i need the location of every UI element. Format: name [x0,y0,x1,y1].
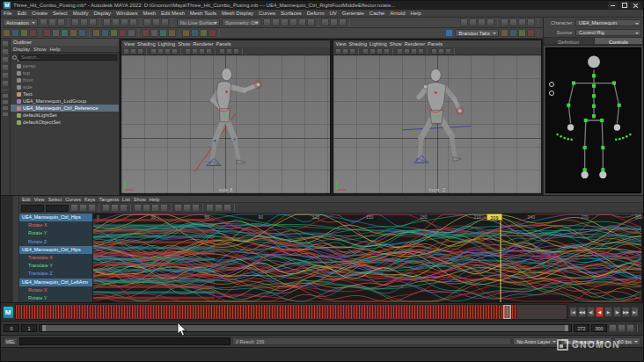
toolbar-icon[interactable] [57,18,65,26]
toolbar-icon[interactable] [219,48,225,54]
graph-menu-view[interactable]: View [34,197,45,202]
toolbar-icon[interactable] [487,18,494,26]
menu-generate[interactable]: Generate [340,11,367,16]
layout-shortcut-button[interactable] [2,99,9,105]
graph-menu-edit[interactable]: Edit [22,197,31,202]
viewport-menu-renderer[interactable]: Renderer [193,41,213,47]
menu-windows[interactable]: Windows [113,11,140,16]
paint-select-tool-icon[interactable] [2,56,9,63]
menu-mesh[interactable]: Mesh [140,11,158,16]
tab-definition[interactable]: Definition [544,37,594,45]
go-to-start-button[interactable]: |◀ [569,307,577,317]
graph-channel-item[interactable]: Translate X [19,254,92,262]
command-input[interactable] [19,337,231,345]
toolbar-icon[interactable] [418,48,424,54]
toolbar-icon[interactable] [121,18,128,26]
toolbar-icon[interactable] [142,29,150,37]
toolbar-icon[interactable] [307,18,315,26]
viewport-canvas[interactable]: side 8 [121,55,330,193]
title-bar[interactable]: M Three_Hit_Combo_Posing.mb* - Autodesk … [1,1,643,10]
toolbar-icon[interactable] [150,48,157,54]
toolbar-icon[interactable] [71,18,79,26]
mel-toggle[interactable]: MEL [4,337,18,345]
toolbar-icon[interactable] [272,18,280,26]
layout-shortcut-button[interactable] [2,93,9,98]
toolbar-icon[interactable] [110,29,118,37]
toolbar-icon[interactable] [70,204,78,212]
graph-menu-tangents[interactable]: Tangents [99,197,119,202]
step-back-key-button[interactable]: ◀| [587,307,595,317]
rotate-tool-icon[interactable] [2,72,9,79]
outliner-title[interactable]: Outliner [11,39,119,46]
toolbar-icon[interactable] [460,18,468,26]
toolbar-icon[interactable] [626,324,634,332]
toolbar-icon[interactable] [384,48,390,54]
toolbar-icon[interactable] [370,48,376,54]
viewport-menu-renderer[interactable]: Renderer [405,41,425,47]
toolbar-icon[interactable] [89,18,97,26]
toolbar-icon[interactable] [103,18,111,26]
outliner-item[interactable]: top [11,69,119,76]
toolbar-icon[interactable] [206,204,214,212]
menu-cache[interactable]: Cache [367,11,387,16]
toolbar-icon[interactable] [112,18,120,26]
graph-menu-keys[interactable]: Keys [84,197,95,202]
toolbar-icon[interactable] [527,29,535,37]
toolbar-icon[interactable] [182,29,190,37]
toolbar-icon[interactable] [3,29,11,37]
toolbar-icon[interactable] [61,29,69,37]
toolbar-icon[interactable] [168,29,176,37]
step-back-frame-button[interactable]: ◀◀ [578,307,586,317]
toolbar-icon[interactable] [172,48,178,54]
toolbar-icon[interactable] [281,18,289,26]
toolbar-icon[interactable] [165,48,171,54]
playback-start-field[interactable] [21,324,37,332]
menu-mesh-display[interactable]: Mesh Display [219,11,256,16]
search-input[interactable] [18,54,117,61]
go-to-end-button[interactable]: ▶| [631,307,639,317]
toolbar-icon[interactable] [130,48,136,54]
maximize-icon[interactable] [619,2,629,9]
character-picker[interactable] [545,47,641,193]
graph-channel-item[interactable]: Rotate Y [19,294,92,302]
toolbar-icon[interactable] [70,29,77,37]
toolbar-icon[interactable] [143,18,151,26]
graph-channel-item[interactable]: Rotate X [19,286,92,294]
toolbar-icon[interactable] [509,18,517,26]
toolbar-icon[interactable] [339,18,347,26]
outliner-item[interactable]: UE4_Mannequin_LodGroup [11,98,119,105]
menu-surfaces[interactable]: Surfaces [278,11,304,16]
menu-arnold[interactable]: Arnold [387,11,407,16]
animation-start-field[interactable] [4,324,19,332]
animation-curves[interactable]: 0306090120150180210240270300 [93,214,643,302]
menu-select[interactable]: Select [50,11,70,16]
outliner-item[interactable]: persp [11,62,119,69]
toolbar-icon[interactable] [151,204,159,212]
viewport-canvas[interactable]: front -2 [333,55,542,193]
toolbar-icon[interactable] [377,48,383,54]
viewport-menu-view[interactable]: View [124,41,135,47]
toolbar-icon[interactable] [183,204,191,212]
graph-menu-list[interactable]: List [122,197,130,202]
toolbar-icon[interactable] [128,29,135,37]
toolbar-icon[interactable] [120,204,128,212]
toolbar-icon[interactable] [40,18,48,26]
toolbar-icon[interactable] [150,29,158,37]
menu-set-dropdown[interactable]: Animation [3,18,38,26]
time-slider-track[interactable] [15,304,567,320]
toolbar-icon[interactable] [215,204,223,212]
graph-channel-item[interactable]: Rotate X [19,221,92,229]
toolbar-icon[interactable] [518,29,526,37]
graph-channel-item[interactable]: UE4_Mannequin_Ctrl_LeftArm [19,279,92,286]
range-slider-track[interactable] [39,324,572,332]
select-tool-icon[interactable] [2,40,9,47]
anim-layer-dropdown[interactable]: No Anim Layer [513,337,559,345]
current-time-flag[interactable]: 209 [487,214,502,221]
toolbar-icon[interactable] [119,29,127,37]
toolbar-icon[interactable] [111,204,119,212]
outliner-item[interactable]: front [11,76,119,83]
toolbar-icon[interactable] [404,48,410,54]
toolbar-icon[interactable] [199,48,205,54]
toolbar-icon[interactable] [349,48,355,54]
viewport-menu-panels[interactable]: Panels [216,41,231,47]
